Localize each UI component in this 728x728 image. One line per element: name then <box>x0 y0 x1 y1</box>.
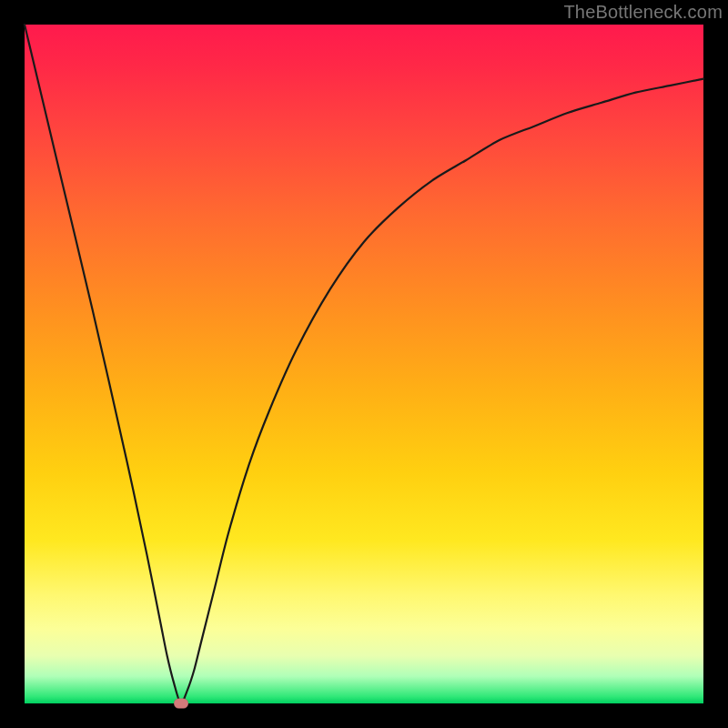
chart-frame <box>25 25 703 703</box>
watermark-label: TheBottleneck.com <box>563 2 723 23</box>
bottleneck-curve <box>25 25 703 703</box>
bottleneck-curve-path <box>25 25 703 703</box>
optimal-point-marker <box>174 699 188 709</box>
